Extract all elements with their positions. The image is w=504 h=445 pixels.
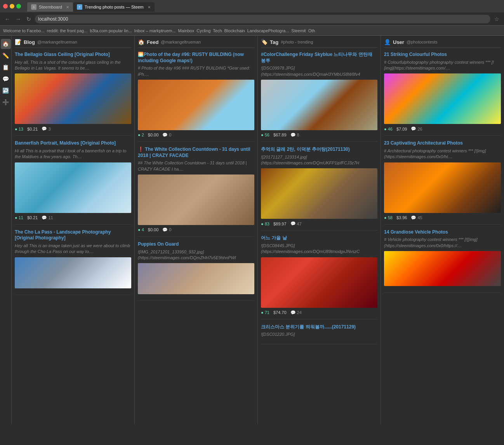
- user-post-1-votes: ● 46: [384, 127, 393, 131]
- tag-post-1-title[interactable]: #ColorChallenge Friday Skyblue 느티나무와 연탄재…: [261, 52, 377, 64]
- tab-favicon-steemboard: S: [31, 4, 36, 10]
- user-post-2: 23 Captivating Architectural Photos # Ar…: [384, 140, 501, 224]
- bookmark-steemit[interactable]: Steemit: [291, 28, 306, 33]
- star-button[interactable]: ☆: [493, 15, 501, 23]
- user-post-3-title[interactable]: 14 Grandiose Vehicle Photos: [384, 229, 501, 236]
- bookmark-cycling[interactable]: Cycling: [196, 28, 210, 33]
- tag-column: 🏷️ Tag #photo - trending #ColorChallenge…: [258, 36, 381, 424]
- bookmark-inbox[interactable]: Inbox – markptruem...: [134, 28, 176, 33]
- sidebar-edit[interactable]: ✏️: [1, 51, 11, 61]
- blog-post-2: Bannerfish Portrait, Maldives [Original …: [15, 140, 131, 224]
- sidebar-list[interactable]: 📋: [1, 62, 11, 72]
- feed-username: @markangeltrueman: [161, 40, 201, 44]
- comments-icon-t3: 💬: [290, 310, 296, 315]
- user-post-2-votes: ● 58: [384, 215, 393, 220]
- comments-icon-u2: 💬: [411, 215, 416, 220]
- tag-post-2-stats: ● 83 $89.97 💬 47: [261, 221, 377, 226]
- tag-post-1-comments: 💬 8: [290, 133, 299, 138]
- tab-steemboard[interactable]: S Steemboard ✕: [27, 2, 73, 12]
- tag-post-3-image: [261, 257, 377, 308]
- sidebar-back[interactable]: ↩️: [1, 86, 11, 96]
- reload-button[interactable]: ↻: [25, 15, 33, 23]
- tag-post-1-stats: ● 56 $67.89 💬 8: [261, 133, 377, 138]
- feed-column: 🏠 Feed @markangeltrueman 🌅Photo of the d…: [135, 36, 258, 424]
- tag-post-3-votes: ● 71: [261, 310, 269, 315]
- blog-post-1-votes: ● 13: [15, 127, 23, 131]
- maximize-button[interactable]: [16, 4, 21, 9]
- blog-post-2-votes: ● 11: [15, 215, 23, 220]
- tag-post-3-value: $74.70: [273, 310, 287, 315]
- sidebar-chat[interactable]: 💬: [1, 74, 11, 84]
- sidebar-home[interactable]: 🏠: [1, 39, 11, 49]
- feed-column-header: 🏠 Feed @markangeltrueman: [138, 39, 254, 48]
- bookmark-landscape[interactable]: LandscapePhotogra...: [247, 28, 289, 33]
- feed-post-1-title[interactable]: 🌅Photo of the day #96: RUSTY BUILDING (n…: [138, 52, 254, 64]
- tag-post-1-excerpt: ![DSC09978.JPG](https://steemitimages.co…: [261, 65, 377, 77]
- close-button[interactable]: [3, 4, 8, 9]
- tab-close-steemboard[interactable]: ✕: [66, 5, 69, 9]
- blog-post-2-stats: ● 11 $0.21 💬 11: [15, 215, 131, 220]
- tag-post-1-votes: ● 56: [261, 133, 269, 137]
- tag-post-1-value: $67.89: [273, 133, 287, 137]
- votes-icon-f2: ●: [138, 227, 141, 232]
- tag-post-2-title[interactable]: 추억의 글레 2탄, 이덕분 추어탕(20171130): [261, 147, 377, 153]
- blog-post-3-image: [15, 257, 131, 288]
- user-post-2-value: $3.96: [396, 215, 407, 220]
- tag-post-4-title[interactable]: 크리스마스 분위기를 띄워볼까......(20171129): [261, 324, 377, 330]
- sidebar: 🏠 ✏️ 📋 💬 ↩️ ➕: [0, 36, 12, 424]
- feed-post-3-title[interactable]: Puppies On Guard: [138, 241, 254, 248]
- user-post-3: 14 Grandiose Vehicle Photos # Vehicle ph…: [384, 229, 501, 293]
- tag-post-3-excerpt: ![DSC08445.JPG](https://steemitimages.co…: [261, 243, 377, 255]
- feed-title: Feed: [147, 39, 158, 45]
- user-icon: 👤: [384, 39, 391, 45]
- feed-post-2: ❗ The White Collection Countdown - 31 da…: [138, 147, 254, 237]
- bookmark-blockchain[interactable]: Blockchain: [224, 28, 245, 33]
- blog-post-2-value: $0.21: [27, 215, 38, 220]
- feed-post-3-image: [138, 263, 254, 294]
- user-title: User: [393, 39, 404, 45]
- comments-icon-t1: 💬: [290, 133, 296, 138]
- user-post-1-image: [384, 73, 501, 124]
- feed-icon: 🏠: [138, 39, 144, 45]
- bookmark-tech[interactable]: Tech: [213, 28, 222, 33]
- browser-chrome: S Steemboard ✕ T Trending photo posts — …: [0, 0, 504, 36]
- forward-button[interactable]: →: [14, 15, 23, 23]
- blog-post-3-excerpt: Hey all This is an image taken just as w…: [15, 243, 131, 255]
- bookmark-oth[interactable]: Oth: [308, 28, 315, 33]
- tag-post-3-comments: 💬 24: [290, 310, 302, 315]
- bookmark-reddit[interactable]: reddit: the front pag...: [47, 28, 88, 33]
- bookmark-mainbox[interactable]: Mainbox: [178, 28, 195, 33]
- comments-icon-f2: 💬: [162, 227, 168, 232]
- feed-post-2-excerpt: ## The White Collection Countdown - 31 d…: [138, 160, 254, 172]
- blog-post-2-excerpt: Hi all This is a portrait that i took of…: [15, 148, 131, 160]
- tag-icon: 🏷️: [261, 39, 268, 45]
- feed-post-2-value: $0.00: [148, 227, 159, 232]
- blog-post-3-title[interactable]: The Cho La Pass - Landscape Photography …: [15, 229, 131, 241]
- tab-trending[interactable]: T Trending photo posts — Steem ✕: [73, 2, 155, 12]
- user-post-2-title[interactable]: 23 Captivating Architectural Photos: [384, 140, 501, 147]
- minimize-button[interactable]: [10, 4, 14, 9]
- feed-post-1-comments: 💬 0: [162, 133, 171, 138]
- user-post-1: 21 Striking Colourful Photos # Colourful…: [384, 52, 501, 136]
- feed-post-3: Puppies On Guard ![IMG_20171201_133950_9…: [138, 241, 254, 301]
- user-post-1-title[interactable]: 21 Striking Colourful Photos: [384, 52, 501, 58]
- blog-post-1-value: $0.21: [27, 127, 38, 131]
- feed-post-2-title[interactable]: ❗ The White Collection Countdown - 31 da…: [138, 147, 254, 159]
- sidebar-add[interactable]: ➕: [1, 97, 11, 107]
- bookmark-b3ta[interactable]: b3ta.com popular lin...: [90, 28, 132, 33]
- address-bar: ← → ↻ localhost:3000 ☆: [0, 12, 504, 26]
- bookmark-facebook[interactable]: Welcome to Facebo...: [3, 28, 45, 33]
- user-post-2-comments: 💬 45: [411, 215, 422, 220]
- comments-icon-f1: 💬: [162, 133, 168, 138]
- address-input[interactable]: localhost:3000: [35, 15, 490, 23]
- tab-close-trending[interactable]: ✕: [148, 5, 151, 9]
- tag-post-2-image: [261, 168, 377, 219]
- back-button[interactable]: ←: [3, 15, 12, 23]
- user-post-2-image: [384, 162, 501, 213]
- tag-post-3-title[interactable]: 어느 가을 날: [261, 235, 377, 241]
- blog-post-2-image: [15, 162, 131, 213]
- blog-post-2-title[interactable]: Bannerfish Portrait, Maldives [Original …: [15, 140, 131, 147]
- tab-label-steemboard: Steemboard: [39, 5, 62, 9]
- user-post-1-value: $7.09: [396, 127, 407, 131]
- blog-post-1-title[interactable]: The Bellagio Glass Ceiling [Original Pho…: [15, 52, 131, 58]
